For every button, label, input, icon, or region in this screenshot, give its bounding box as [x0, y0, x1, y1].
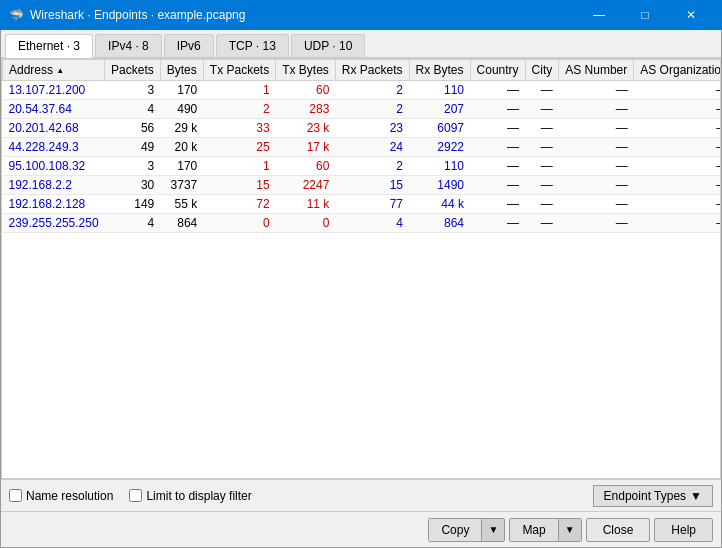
table-row[interactable]: 95.100.108.3231701602110———— [3, 157, 722, 176]
cell-packets: 149 [105, 195, 161, 214]
col-header-packets[interactable]: Packets [105, 60, 161, 81]
tab-ipv4[interactable]: IPv4 · 8 [95, 34, 162, 57]
table-row[interactable]: 20.54.37.64449022832207———— [3, 100, 722, 119]
col-header-as_number[interactable]: AS Number [559, 60, 634, 81]
table-row[interactable]: 20.201.42.685629 k3323 k236097———— [3, 119, 722, 138]
table-row[interactable]: 13.107.21.20031701602110———— [3, 81, 722, 100]
tab-ethernet[interactable]: Ethernet · 3 [5, 34, 93, 58]
name-resolution-checkbox-label[interactable]: Name resolution [9, 489, 113, 503]
cell-tx_bytes: 60 [276, 81, 336, 100]
cell-bytes: 20 k [160, 138, 203, 157]
table-row[interactable]: 192.168.2.12814955 k7211 k7744 k———— [3, 195, 722, 214]
cell-tx_bytes: 17 k [276, 138, 336, 157]
cell-address: 20.54.37.64 [3, 100, 105, 119]
tab-ipv6[interactable]: IPv6 [164, 34, 214, 57]
minimize-button[interactable]: — [576, 0, 622, 30]
cell-packets: 49 [105, 138, 161, 157]
cell-country: — [470, 176, 525, 195]
cell-tx_packets: 1 [203, 81, 275, 100]
cell-address: 44.228.249.3 [3, 138, 105, 157]
cell-rx_bytes: 110 [409, 81, 470, 100]
cell-country: — [470, 100, 525, 119]
copy-dropdown-button[interactable]: ▼ [481, 519, 504, 541]
cell-address: 239.255.255.250 [3, 214, 105, 233]
name-resolution-label: Name resolution [26, 489, 113, 503]
col-header-rx_packets[interactable]: Rx Packets [335, 60, 409, 81]
cell-rx_packets: 23 [335, 119, 409, 138]
action-bar: Copy ▼ Map ▼ Close Help [1, 511, 721, 547]
col-header-country[interactable]: Country [470, 60, 525, 81]
cell-as_number: — [559, 157, 634, 176]
title-bar: 🦈 Wireshark · Endpoints · example.pcapng… [0, 0, 722, 30]
col-header-tx_bytes[interactable]: Tx Bytes [276, 60, 336, 81]
table-row[interactable]: 239.255.255.2504864004864———— [3, 214, 722, 233]
name-resolution-checkbox[interactable] [9, 489, 22, 502]
cell-rx_bytes: 6097 [409, 119, 470, 138]
cell-bytes: 864 [160, 214, 203, 233]
window-controls: — □ ✕ [576, 0, 714, 30]
cell-address: 192.168.2.128 [3, 195, 105, 214]
maximize-button[interactable]: □ [622, 0, 668, 30]
cell-rx_packets: 2 [335, 100, 409, 119]
limit-filter-checkbox-label[interactable]: Limit to display filter [129, 489, 251, 503]
endpoints-table: Address ▲PacketsBytesTx PacketsTx BytesR… [2, 59, 721, 233]
table-row[interactable]: 44.228.249.34920 k2517 k242922———— [3, 138, 722, 157]
cell-as_number: — [559, 119, 634, 138]
cell-city: — [525, 81, 559, 100]
cell-tx_packets: 72 [203, 195, 275, 214]
col-header-tx_packets[interactable]: Tx Packets [203, 60, 275, 81]
cell-as_number: — [559, 100, 634, 119]
close-dialog-button[interactable]: Close [586, 518, 651, 542]
cell-rx_packets: 24 [335, 138, 409, 157]
limit-filter-label: Limit to display filter [146, 489, 251, 503]
cell-packets: 3 [105, 81, 161, 100]
map-button[interactable]: Map [510, 519, 557, 541]
cell-tx_bytes: 23 k [276, 119, 336, 138]
tab-tcp[interactable]: TCP · 13 [216, 34, 289, 57]
chevron-down-icon: ▼ [690, 489, 702, 503]
cell-address: 13.107.21.200 [3, 81, 105, 100]
cell-city: — [525, 214, 559, 233]
cell-address: 192.168.2.2 [3, 176, 105, 195]
cell-city: — [525, 195, 559, 214]
col-header-bytes[interactable]: Bytes [160, 60, 203, 81]
window-title: Wireshark · Endpoints · example.pcapng [30, 8, 576, 22]
cell-tx_packets: 33 [203, 119, 275, 138]
cell-packets: 30 [105, 176, 161, 195]
cell-as_org: — [634, 119, 721, 138]
cell-as_org: — [634, 157, 721, 176]
cell-as_number: — [559, 214, 634, 233]
limit-filter-checkbox[interactable] [129, 489, 142, 502]
cell-rx_packets: 77 [335, 195, 409, 214]
cell-country: — [470, 157, 525, 176]
copy-button[interactable]: Copy [429, 519, 481, 541]
cell-as_number: — [559, 176, 634, 195]
col-header-rx_bytes[interactable]: Rx Bytes [409, 60, 470, 81]
cell-country: — [470, 214, 525, 233]
table-container: Address ▲PacketsBytesTx PacketsTx BytesR… [1, 58, 721, 479]
close-button[interactable]: ✕ [668, 0, 714, 30]
cell-rx_bytes: 2922 [409, 138, 470, 157]
app-icon: 🦈 [8, 7, 24, 23]
map-dropdown-button[interactable]: ▼ [558, 519, 581, 541]
cell-city: — [525, 119, 559, 138]
col-header-city[interactable]: City [525, 60, 559, 81]
cell-country: — [470, 81, 525, 100]
tabs-bar: Ethernet · 3IPv4 · 8IPv6TCP · 13UDP · 10 [1, 30, 721, 58]
col-header-as_org[interactable]: AS Organization [634, 60, 721, 81]
cell-tx_bytes: 0 [276, 214, 336, 233]
cell-bytes: 170 [160, 157, 203, 176]
map-split-button: Map ▼ [509, 518, 581, 542]
endpoint-types-button[interactable]: Endpoint Types ▼ [593, 485, 713, 507]
cell-bytes: 55 k [160, 195, 203, 214]
cell-city: — [525, 138, 559, 157]
cell-tx_packets: 25 [203, 138, 275, 157]
col-header-address[interactable]: Address ▲ [3, 60, 105, 81]
table-row[interactable]: 192.168.2.2303737152247151490———— [3, 176, 722, 195]
cell-tx_bytes: 283 [276, 100, 336, 119]
help-button[interactable]: Help [654, 518, 713, 542]
cell-tx_packets: 1 [203, 157, 275, 176]
cell-bytes: 490 [160, 100, 203, 119]
tab-udp[interactable]: UDP · 10 [291, 34, 365, 57]
cell-rx_bytes: 864 [409, 214, 470, 233]
